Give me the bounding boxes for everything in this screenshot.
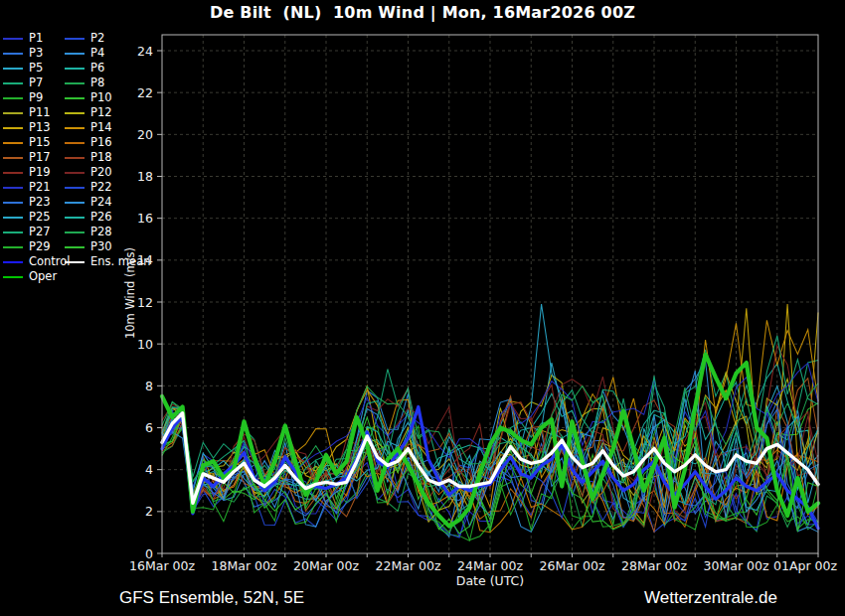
footer-model-info: GFS Ensemble, 52N, 5E [119, 588, 304, 608]
y-tick-label: 24 [137, 44, 153, 59]
x-tick-label: 28Mar 00z [621, 558, 687, 573]
x-tick-labels: 16Mar 00z18Mar 00z20Mar 00z22Mar 00z24Ma… [129, 558, 837, 573]
y-tick-label: 2 [145, 504, 153, 519]
y-tick-label: 16 [137, 211, 153, 226]
y-tick-label: 8 [145, 379, 153, 393]
x-tick-label: 22Mar 00z [376, 558, 441, 573]
x-tick-label: 18Mar 00z [212, 558, 277, 573]
x-tick-label: 16Mar 00z [129, 558, 195, 573]
y-tick-label: 0 [145, 546, 153, 561]
y-axis-label: 10m Wind (m/s) [123, 247, 137, 339]
y-tick-label: 22 [137, 85, 153, 100]
y-tick-label: 12 [137, 295, 153, 310]
y-tick-labels: 024681012141618202224 [137, 44, 153, 561]
x-tick-label: 30Mar 00z [704, 558, 769, 573]
x-tick-label: 20Mar 00z [293, 558, 359, 573]
y-tick-label: 10 [137, 337, 153, 352]
footer-brand: Wetterzentrale.de [644, 588, 777, 608]
y-tick-label: 4 [145, 462, 153, 477]
y-tick-label: 18 [137, 169, 153, 184]
x-axis-label: Date (UTC) [456, 573, 524, 588]
x-tick-label: 26Mar 00z [540, 558, 605, 573]
y-tick-label: 6 [145, 420, 153, 435]
y-tick-label: 20 [137, 127, 153, 142]
x-tick-label: 24Mar 00z [457, 558, 523, 573]
y-tick-label: 14 [137, 252, 153, 267]
x-tick-label: 01Apr 00z [773, 558, 837, 573]
app-window: De Bilt (NL) 10m Wind | Mon, 16Mar2026 0… [0, 0, 845, 616]
